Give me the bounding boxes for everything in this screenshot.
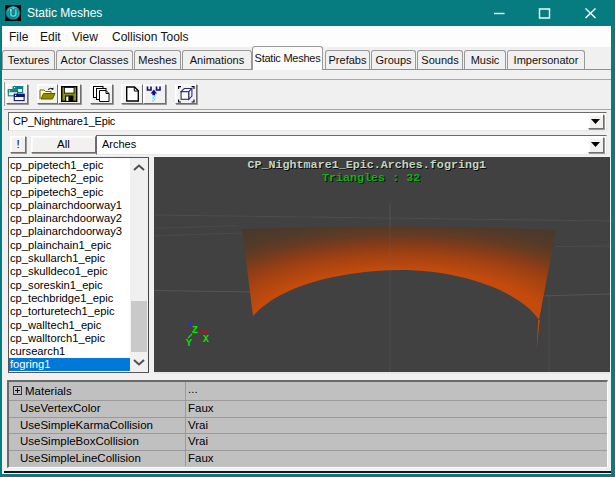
- svg-text:X: X: [203, 334, 209, 345]
- svg-text:Y: Y: [186, 338, 192, 349]
- svg-text:CP_Nightmare1_Epic.Arches.fogr: CP_Nightmare1_Epic.Arches.fogring1: [248, 158, 486, 172]
- svg-text:Triangles : 32: Triangles : 32: [322, 171, 420, 185]
- svg-text:Z: Z: [192, 325, 198, 336]
